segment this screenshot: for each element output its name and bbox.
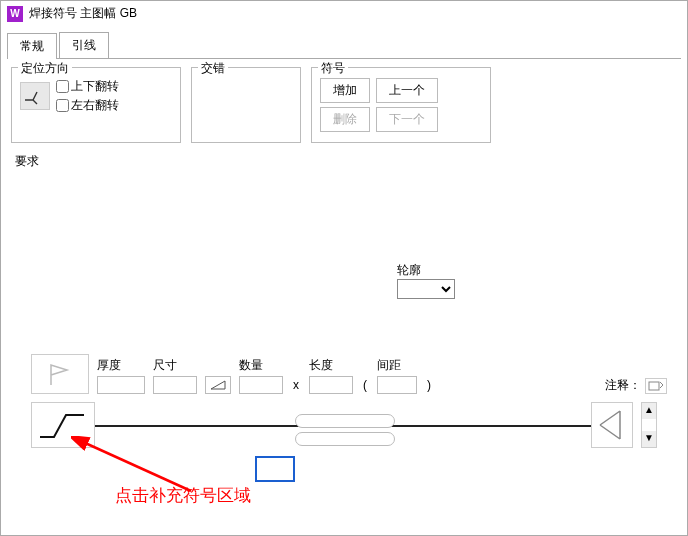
note-edit-button[interactable] (645, 378, 667, 394)
flip-vertical-checkbox[interactable]: 上下翻转 (56, 78, 119, 95)
tab-general[interactable]: 常规 (7, 33, 57, 59)
svg-rect-0 (649, 382, 659, 390)
length-input[interactable] (309, 376, 353, 394)
upper-slot[interactable] (295, 414, 395, 428)
note-edit-icon (648, 380, 664, 392)
orientation-preview-icon (20, 82, 50, 110)
prev-button[interactable]: 上一个 (376, 78, 438, 103)
paren-l: ( (363, 378, 367, 392)
group-symbol: 符号 增加 上一个 删除 下一个 (311, 67, 491, 143)
group-stagger: 交错 (191, 67, 301, 143)
flag-box[interactable] (31, 354, 89, 394)
app-icon: W (7, 6, 23, 22)
requirements-label: 要求 (15, 153, 677, 170)
size-input[interactable] (153, 376, 197, 394)
contour-select[interactable] (397, 279, 455, 299)
paren-r: ) (427, 378, 431, 392)
tab-strip: 常规 引线 (7, 32, 681, 59)
flip-vertical-label: 上下翻转 (71, 78, 119, 95)
flag-icon (43, 361, 77, 387)
note-label: 注释： (605, 377, 641, 394)
add-button[interactable]: 增加 (320, 78, 370, 103)
annotation-text: 点击补充符号区域 (115, 484, 251, 507)
length-label: 长度 (309, 357, 333, 374)
pitch-label: 间距 (377, 357, 401, 374)
angle-box[interactable] (205, 376, 231, 394)
title-bar: W 焊接符号 主图幅 GB (1, 1, 687, 26)
scroll-bar: ▲ ▼ (641, 402, 657, 448)
scroll-up-button[interactable]: ▲ (642, 403, 656, 419)
arrow-symbol-icon (596, 407, 628, 443)
contour-label: 轮廓 (397, 262, 455, 279)
delete-button[interactable]: 删除 (320, 107, 370, 132)
work-area: 轮廓 厚度 尺寸 数量 x 长度 ( 间距 ) 注释： (11, 174, 677, 536)
qty-label: 数量 (239, 357, 263, 374)
group-orientation: 定位方向 上下翻转 左右翻转 (11, 67, 181, 143)
size-label: 尺寸 (153, 357, 177, 374)
contour-field: 轮廓 (397, 262, 455, 299)
next-button[interactable]: 下一个 (376, 107, 438, 132)
tab-leader[interactable]: 引线 (59, 32, 109, 58)
group-stagger-title: 交错 (198, 60, 228, 77)
sep-x: x (293, 378, 299, 392)
thickness-label: 厚度 (97, 357, 121, 374)
group-orientation-title: 定位方向 (18, 60, 72, 77)
triangle-icon (209, 379, 227, 391)
pitch-input[interactable] (377, 376, 417, 394)
scroll-down-button[interactable]: ▼ (642, 431, 656, 447)
flip-horizontal-label: 左右翻转 (71, 97, 119, 114)
group-symbol-title: 符号 (318, 60, 348, 77)
window-title: 焊接符号 主图幅 GB (29, 5, 137, 22)
qty-input[interactable] (239, 376, 283, 394)
lower-slot[interactable] (295, 432, 395, 446)
arrow-symbol-box[interactable] (591, 402, 633, 448)
flip-horizontal-checkbox[interactable]: 左右翻转 (56, 97, 119, 114)
thickness-input[interactable] (97, 376, 145, 394)
